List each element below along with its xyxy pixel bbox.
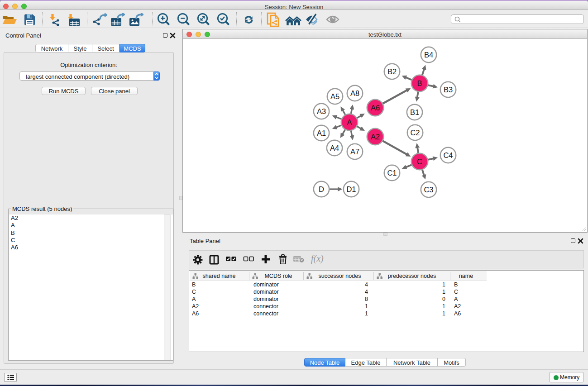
svg-text:D1: D1 <box>346 185 356 193</box>
svg-text:C1: C1 <box>387 169 397 177</box>
svg-text:D: D <box>319 185 324 193</box>
svg-text:A8: A8 <box>350 89 359 97</box>
svg-text:B2: B2 <box>387 67 397 76</box>
svg-text:A2: A2 <box>371 133 380 141</box>
svg-text:A7: A7 <box>350 148 359 156</box>
svg-text:A5: A5 <box>330 92 339 100</box>
svg-text:B3: B3 <box>444 86 453 94</box>
svg-text:C4: C4 <box>443 151 453 159</box>
svg-text:A: A <box>347 118 352 126</box>
svg-text:C2: C2 <box>410 129 420 137</box>
svg-text:B1: B1 <box>410 108 419 116</box>
svg-text:A1: A1 <box>317 129 326 137</box>
svg-text:A6: A6 <box>371 104 380 112</box>
svg-text:B: B <box>417 79 422 87</box>
svg-text:A3: A3 <box>317 107 326 115</box>
svg-text:C3: C3 <box>424 186 433 194</box>
svg-text:A4: A4 <box>330 144 339 152</box>
svg-text:B4: B4 <box>424 51 433 59</box>
svg-text:C: C <box>417 157 422 166</box>
